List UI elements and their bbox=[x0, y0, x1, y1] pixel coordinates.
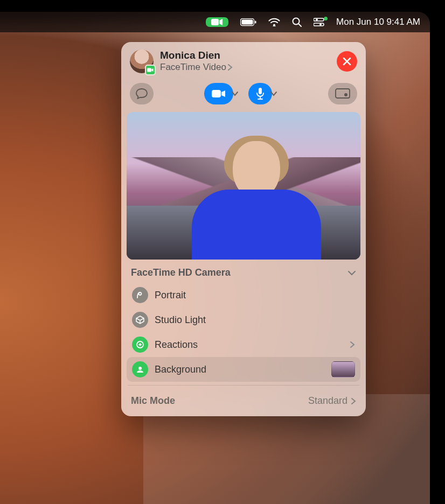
svg-point-19 bbox=[138, 367, 142, 370]
close-icon bbox=[343, 57, 351, 66]
mic-mode-menu[interactable]: Mic Mode Standard bbox=[121, 389, 366, 416]
screen-share-button[interactable] bbox=[328, 83, 357, 104]
speech-bubble-icon bbox=[136, 88, 148, 99]
background-menu[interactable]: Background bbox=[127, 357, 360, 382]
facetime-badge-icon bbox=[145, 65, 156, 75]
svg-rect-0 bbox=[211, 19, 219, 25]
svg-rect-14 bbox=[336, 89, 350, 98]
battery-icon[interactable] bbox=[240, 18, 256, 26]
chevron-right-icon bbox=[350, 341, 355, 348]
call-controls bbox=[121, 79, 366, 112]
reactions-label: Reactions bbox=[155, 339, 343, 351]
mic-mode-label: Mic Mode bbox=[131, 395, 175, 407]
caller-name: Monica Dien bbox=[160, 50, 330, 62]
microphone-icon bbox=[256, 88, 265, 100]
control-center-icon[interactable] bbox=[314, 18, 324, 26]
caller-info[interactable]: Monica Dien FaceTime Video bbox=[160, 50, 330, 73]
preview-person bbox=[192, 136, 321, 260]
device-bezel-side bbox=[430, 0, 445, 504]
spotlight-search-icon[interactable] bbox=[292, 17, 302, 27]
facetime-control-panel: Monica Dien FaceTime Video bbox=[121, 42, 366, 416]
portrait-label: Portrait bbox=[155, 290, 355, 301]
reactions-icon bbox=[132, 337, 148, 353]
studio-light-label: Studio Light bbox=[155, 314, 355, 326]
portrait-icon bbox=[132, 287, 148, 303]
chevron-right-icon bbox=[227, 64, 233, 71]
screen-area: Mon Jun 10 9:41 AM Monica Dien FaceTime … bbox=[0, 12, 430, 504]
chevron-down-icon[interactable] bbox=[231, 91, 239, 96]
svg-rect-8 bbox=[314, 23, 324, 26]
svg-point-4 bbox=[273, 24, 275, 26]
svg-rect-7 bbox=[314, 18, 324, 21]
mic-toggle-button[interactable] bbox=[248, 83, 272, 104]
portrait-toggle[interactable]: Portrait bbox=[127, 283, 360, 307]
background-label: Background bbox=[155, 364, 325, 375]
end-call-button[interactable] bbox=[337, 51, 357, 72]
facetime-menubar-indicator[interactable] bbox=[206, 17, 228, 27]
chevron-down-icon[interactable] bbox=[270, 91, 277, 96]
wifi-icon[interactable] bbox=[268, 18, 280, 26]
svg-line-6 bbox=[298, 24, 301, 26]
camera-settings-list: Portrait Studio Light Reactions Backgr bbox=[121, 283, 366, 382]
video-toggle-combo bbox=[204, 83, 239, 104]
messages-button[interactable] bbox=[130, 83, 154, 104]
call-header: Monica Dien FaceTime Video bbox=[121, 42, 366, 79]
camera-section-title: FaceTime HD Camera bbox=[131, 267, 231, 278]
mic-mode-value: Standard bbox=[308, 395, 347, 407]
video-toggle-button[interactable] bbox=[204, 83, 233, 104]
svg-rect-13 bbox=[259, 88, 262, 94]
svg-point-9 bbox=[316, 19, 318, 21]
mic-toggle-combo bbox=[248, 83, 277, 104]
background-icon bbox=[132, 361, 148, 377]
cube-icon bbox=[132, 312, 148, 328]
call-subtitle: FaceTime Video bbox=[160, 62, 330, 73]
menubar-datetime[interactable]: Mon Jun 10 9:41 AM bbox=[336, 17, 420, 27]
video-icon bbox=[211, 18, 223, 26]
video-icon bbox=[212, 89, 226, 98]
svg-rect-11 bbox=[147, 68, 151, 72]
chevron-right-icon bbox=[351, 397, 356, 405]
svg-point-15 bbox=[344, 93, 347, 96]
reactions-menu[interactable]: Reactions bbox=[127, 332, 360, 357]
menubar: Mon Jun 10 9:41 AM bbox=[0, 12, 430, 32]
chevron-down-icon bbox=[347, 270, 356, 276]
divider bbox=[128, 385, 359, 386]
caller-avatar[interactable] bbox=[130, 50, 154, 73]
camera-preview bbox=[127, 112, 360, 260]
background-thumbnail bbox=[331, 361, 355, 377]
active-dot-icon bbox=[324, 17, 328, 20]
svg-rect-12 bbox=[212, 90, 221, 97]
screen-share-icon bbox=[335, 88, 350, 99]
studio-light-toggle[interactable]: Studio Light bbox=[127, 307, 360, 332]
svg-point-10 bbox=[319, 24, 322, 26]
svg-rect-3 bbox=[255, 20, 256, 23]
camera-section-header[interactable]: FaceTime HD Camera bbox=[121, 260, 366, 283]
svg-rect-2 bbox=[242, 19, 253, 24]
